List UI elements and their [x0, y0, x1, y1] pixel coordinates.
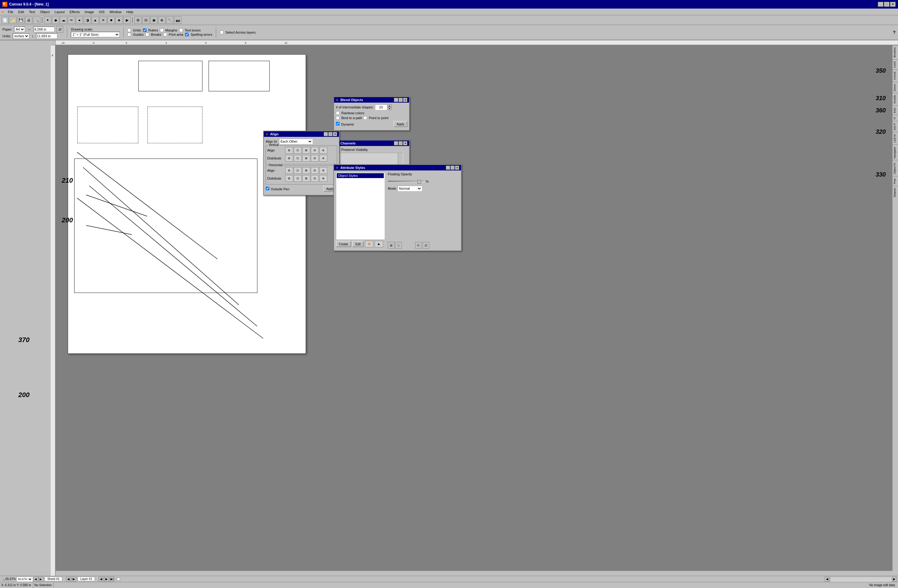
point-to-point-checkbox[interactable] [363, 116, 367, 120]
tool-btn-3[interactable]: ☁ [60, 17, 67, 24]
align-maximize[interactable]: □ [328, 132, 332, 136]
attr-minimize[interactable]: _ [446, 166, 450, 170]
h-dist-btn-1[interactable]: ⊞ [285, 175, 293, 182]
select-across-checkbox[interactable] [220, 31, 223, 34]
opacity-slider-thumb[interactable] [417, 180, 421, 183]
v-align-btn-1[interactable]: ⊞ [285, 147, 293, 154]
menu-gis[interactable]: GIS [97, 9, 107, 14]
side-tab-brushes[interactable]: Brushes [892, 45, 898, 59]
attr-sq-2[interactable]: □ [395, 242, 402, 249]
h-align-btn-5[interactable]: ⊕ [319, 167, 328, 174]
bind-path-checkbox[interactable] [336, 116, 340, 120]
menu-help[interactable]: Help [124, 9, 136, 14]
tool-btn-11[interactable]: ▶ [123, 17, 131, 24]
attr-sq-1[interactable]: ⊞ [388, 242, 395, 249]
new-button[interactable]: 📄 [1, 17, 9, 24]
align-close[interactable]: ✕ [333, 132, 337, 136]
tool-btn-14[interactable]: ◉ [150, 17, 158, 24]
tool-btn-15[interactable]: ⊕ [158, 17, 166, 24]
tool-btn-16[interactable]: 🔧 [166, 17, 174, 24]
h-align-btn-3[interactable]: ⊠ [302, 167, 310, 174]
v-align-btn-5[interactable]: ⊕ [319, 147, 328, 154]
paper-select[interactable]: A4 [14, 26, 25, 32]
blend-apply-button[interactable]: Apply [394, 121, 407, 127]
margins-checkbox[interactable] [160, 28, 164, 32]
attr-maximize[interactable]: □ [451, 166, 455, 170]
blend-maximize[interactable]: □ [398, 98, 403, 102]
rulers-checkbox[interactable] [143, 28, 146, 32]
tool-btn-2[interactable]: ◆ [52, 17, 59, 24]
side-tab-fi[interactable]: Fi [892, 115, 898, 121]
menu-window[interactable]: Window [107, 9, 124, 14]
v-dist-btn-4[interactable]: ⊟ [311, 155, 319, 162]
align-minimize[interactable]: _ [324, 132, 328, 136]
side-tab-pres[interactable]: Pres [892, 176, 898, 186]
dynamic-checkbox[interactable] [336, 122, 340, 126]
zoom-button[interactable]: 🔍 [33, 17, 40, 24]
side-tab-objectpr[interactable]: Object Pr. [892, 160, 898, 176]
intermediate-input[interactable] [375, 105, 387, 110]
tool-btn-5[interactable]: ● [76, 17, 83, 24]
page-prev-btn[interactable]: ◀ [33, 577, 38, 582]
side-tab-gisp[interactable]: GIS P [892, 121, 898, 132]
sheet-1-tab[interactable]: Sheet #1 [45, 577, 62, 581]
tool-btn-6[interactable]: ◑ [84, 17, 91, 24]
menu-file[interactable]: File [6, 9, 16, 14]
swap-button[interactable]: ⇄ [57, 26, 63, 33]
mode-select[interactable]: Normal [398, 186, 422, 191]
h-align-btn-2[interactable]: ⊡ [294, 167, 302, 174]
h-dist-btn-4[interactable]: ⊟ [311, 175, 319, 182]
create-button[interactable]: Create [336, 241, 351, 247]
text-boxes-checkbox[interactable] [179, 28, 183, 32]
h-dist-btn-3[interactable]: ⊠ [302, 175, 310, 182]
attr-close[interactable]: ✕ [455, 166, 459, 170]
save-button[interactable]: 💾 [17, 17, 25, 24]
v-align-btn-4[interactable]: ⊟ [311, 147, 319, 154]
blend-minimize[interactable]: _ [394, 98, 398, 102]
side-tab-navigator[interactable]: Navigator [892, 145, 898, 160]
channels-close[interactable]: ✕ [403, 141, 407, 145]
opacity-slider-track[interactable] [388, 180, 424, 182]
side-tab-envelo[interactable]: Envelo [892, 93, 898, 105]
grids-checkbox[interactable] [127, 28, 131, 32]
edit-button[interactable]: Edit [352, 241, 364, 247]
menu-text[interactable]: Text [26, 9, 38, 14]
guides-checkbox[interactable] [127, 33, 131, 36]
side-tab-extn[interactable]: Extn [892, 105, 898, 115]
v-dist-btn-1[interactable]: ⊞ [285, 155, 293, 162]
tool-btn-8[interactable]: ✕ [100, 17, 107, 24]
tool-btn-12[interactable]: ⊞ [134, 17, 141, 24]
layer-next-btn[interactable]: ▶ [104, 577, 109, 582]
layer-nav-1[interactable]: ◀ [66, 577, 71, 582]
help-question[interactable]: ? [893, 30, 896, 35]
tool-btn-7[interactable]: ▲ [92, 17, 99, 24]
zoom-select[interactable]: 65.67% [17, 577, 33, 582]
tool-btn-17[interactable]: 📷 [174, 17, 181, 24]
v-dist-btn-5[interactable]: ⊕ [319, 155, 328, 162]
object-styles-item[interactable]: Object Styles [337, 173, 384, 178]
v-dist-btn-3[interactable]: ⊠ [302, 155, 310, 162]
select-button[interactable]: ✦ [44, 17, 51, 24]
layer-prev-btn[interactable]: ◀ [98, 577, 103, 582]
side-tab-cmmd[interactable]: Cmmd [892, 70, 898, 82]
side-tab-docm[interactable]: Docm [892, 82, 898, 93]
rainbow-checkbox[interactable] [336, 111, 340, 115]
v-align-btn-3[interactable]: ⊠ [302, 147, 310, 154]
tool-btn-13[interactable]: ⊟ [142, 17, 150, 24]
side-tab-sequen[interactable]: Sequen [892, 186, 898, 199]
h-dist-btn-5[interactable]: ⊕ [319, 175, 328, 182]
breaks-checkbox[interactable] [145, 33, 149, 36]
minimize-button[interactable]: _ [878, 2, 883, 7]
scroll-track[interactable] [830, 577, 891, 582]
blend-close[interactable]: ✕ [403, 98, 407, 102]
spelling-checkbox[interactable] [185, 33, 189, 36]
attr-icon-btn-1[interactable]: 🎨 [365, 241, 374, 248]
intermediate-spinner[interactable]: ▲ ▼ [375, 105, 392, 110]
layer-extra-btn[interactable]: ▶| [110, 577, 114, 582]
tool-btn-10[interactable]: ♣ [115, 17, 123, 24]
scroll-right[interactable]: ▶ [892, 577, 897, 582]
menu-image[interactable]: Image [82, 9, 97, 14]
open-button[interactable]: 📂 [9, 17, 17, 24]
width-input[interactable] [33, 26, 55, 32]
menu-layout[interactable]: Layout [52, 9, 67, 14]
